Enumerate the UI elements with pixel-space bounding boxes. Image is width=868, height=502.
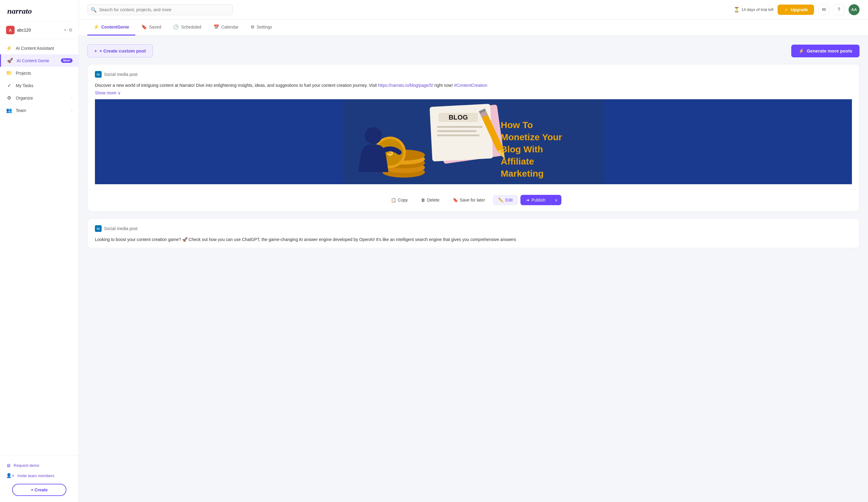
svg-text:How To: How To (501, 120, 533, 130)
publish-label: Publish (531, 198, 545, 202)
invite-team-link[interactable]: 👤+ Invite team members (6, 470, 72, 481)
chevron-right-icon: › (71, 96, 72, 100)
delete-button[interactable]: 🗑 Delete (415, 195, 445, 205)
trial-text: 14 days of trial left (742, 7, 774, 12)
request-demo-link[interactable]: 🖥 Request demo (6, 460, 72, 470)
sidebar-item-team[interactable]: 👥 Team › (0, 104, 79, 117)
sidebar-item-ai-content-genie[interactable]: 🚀 AI Content Genie New! (0, 54, 79, 67)
new-badge: New! (61, 58, 72, 63)
help-button[interactable]: ? (834, 4, 844, 15)
search-bar: 🔍 (87, 4, 233, 15)
search-input[interactable] (87, 4, 233, 15)
svg-text:Affiliate: Affiliate (501, 156, 534, 166)
edit-icon: ✏️ (498, 198, 504, 202)
settings-tab-icon: ⚙ (250, 24, 255, 30)
clock-icon: 🕐 (173, 24, 179, 30)
bookmark-save-icon: 🔖 (453, 198, 458, 202)
chevron-down-publish-icon: ∨ (555, 198, 558, 202)
publish-arrow-icon: ➜ (526, 198, 529, 202)
tab-label: ContentGenie (101, 24, 129, 29)
chevron-right-icon: › (71, 108, 72, 113)
mail-button[interactable]: ✉ (818, 4, 829, 15)
trash-icon: 🗑 (421, 198, 425, 202)
question-icon: ? (838, 7, 840, 12)
svg-point-20 (365, 127, 382, 144)
copy-button[interactable]: 📋 Copy (385, 195, 413, 205)
account-name: abc120 (17, 28, 62, 32)
team-icon: 👥 (6, 108, 12, 113)
svg-rect-5 (437, 126, 483, 128)
nav-label: AI Content Genie (17, 58, 57, 63)
post-link[interactable]: https://narrato.io/blog/page/5/ (378, 83, 433, 88)
gear-icon[interactable]: ⚙ (69, 27, 72, 33)
post-text-2: Looking to boost your content creation g… (95, 236, 852, 243)
rocket-icon: 🚀 (7, 58, 13, 63)
delete-label: Delete (427, 198, 439, 202)
edit-button[interactable]: ✏️ Edit (493, 195, 518, 205)
main-content: 🔍 ⏳ 14 days of trial left ⚡ Upgrade ✉ ? (79, 0, 868, 502)
upgrade-label: Upgrade (790, 7, 808, 12)
post-card-body: in Social media post Discover a new worl… (87, 64, 859, 189)
blog-illustration: BLOG (95, 99, 852, 184)
svg-rect-6 (437, 130, 476, 132)
bookmark-icon: 🔖 (141, 24, 147, 30)
publish-button[interactable]: ➜ Publish (520, 195, 551, 205)
post-card-body-2: in Social media post Looking to boost yo… (87, 219, 859, 248)
tab-calendar[interactable]: 📅 Calendar (207, 19, 245, 36)
content-area: + + Create custom post ⚡ Generate more p… (79, 36, 868, 502)
account-switcher[interactable]: A abc120 ▾ ⚙ (0, 22, 79, 39)
user-initials: AA (851, 7, 857, 12)
tab-saved[interactable]: 🔖 Saved (135, 19, 167, 36)
nav-label: Organize (16, 96, 68, 100)
nav-label: AI Content Assistant (16, 46, 72, 51)
tab-scheduled[interactable]: 🕐 Scheduled (167, 19, 207, 36)
edit-label: Edit (505, 198, 513, 202)
post-text-content: Discover a new world of intriguing conte… (95, 83, 378, 88)
account-avatar: A (6, 26, 14, 34)
topbar-right: ⏳ 14 days of trial left ⚡ Upgrade ✉ ? AA (734, 4, 859, 15)
sidebar-footer: 🖥 Request demo 👤+ Invite team members + … (0, 455, 79, 502)
plus-icon: + (94, 48, 97, 53)
calendar-icon: 📅 (214, 24, 219, 30)
sidebar-item-my-tasks[interactable]: ✓ My Tasks (0, 79, 79, 92)
user-avatar[interactable]: AA (849, 4, 859, 15)
sidebar-item-ai-content-assistant[interactable]: ⚡ AI Content Assistant (0, 42, 79, 54)
show-more-button[interactable]: Show more ∨ (95, 90, 121, 95)
tab-content-genie[interactable]: ⚡ ContentGenie (87, 19, 135, 36)
create-button[interactable]: + Create (12, 484, 66, 496)
nav-label: Projects (16, 71, 72, 76)
sidebar: narrato A abc120 ▾ ⚙ ⚡ AI Content Assist… (0, 0, 79, 502)
generate-more-posts-button[interactable]: ⚡ Generate more posts (791, 44, 859, 57)
generate-label: Generate more posts (807, 48, 852, 53)
add-user-icon: 👤+ (6, 473, 14, 478)
linkedin-icon-2: in (95, 225, 102, 232)
post-hashtag: #ContentCreation (454, 83, 487, 88)
hourglass-icon: ⏳ (734, 7, 740, 12)
post-actions: 📋 Copy 🗑 Delete 🔖 Save for later ✏️ Edit (87, 189, 859, 211)
generate-icon: ⚡ (798, 48, 804, 54)
save-for-later-button[interactable]: 🔖 Save for later (447, 195, 490, 205)
app-logo: narrato (7, 7, 32, 16)
svg-text:Marketing: Marketing (501, 169, 544, 179)
svg-text:Monetize Your: Monetize Your (501, 132, 562, 142)
nav-label: Team (16, 108, 68, 113)
upgrade-icon: ⚡ (784, 7, 789, 12)
nav-label: My Tasks (16, 83, 72, 88)
tab-settings[interactable]: ⚙ Settings (245, 19, 278, 36)
invite-team-label: Invite team members (18, 473, 54, 478)
publish-group: ➜ Publish ∨ (520, 195, 561, 205)
create-custom-post-button[interactable]: + + Create custom post (87, 44, 153, 57)
sidebar-item-projects[interactable]: 📁 Projects (0, 67, 79, 79)
request-demo-label: Request demo (14, 463, 39, 468)
lightning-tab-icon: ⚡ (93, 24, 99, 30)
action-bar: + + Create custom post ⚡ Generate more p… (87, 44, 859, 57)
tab-label: Settings (257, 24, 272, 29)
copy-icon: 📋 (391, 198, 396, 202)
show-more-label: Show more (95, 90, 116, 95)
svg-rect-7 (437, 134, 479, 136)
chevron-down-icon: ▾ (64, 28, 66, 32)
publish-dropdown-button[interactable]: ∨ (551, 195, 561, 205)
upgrade-button[interactable]: ⚡ Upgrade (778, 4, 814, 15)
sidebar-item-organize[interactable]: ⚙ Organize › (0, 92, 79, 104)
projects-icon: 📁 (6, 70, 12, 76)
